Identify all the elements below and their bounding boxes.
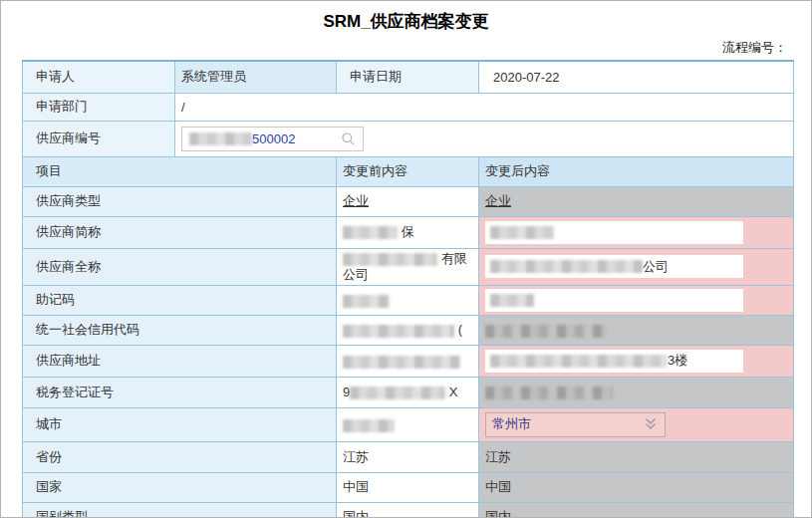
redacted-text <box>343 226 398 239</box>
before-value-suffix: ( <box>458 322 462 337</box>
redacted-text <box>490 355 668 368</box>
after-value: 中国 <box>479 472 794 502</box>
row-label: 供应商类型 <box>23 186 337 216</box>
row-label: 供应商全称 <box>23 248 337 285</box>
department-value: / <box>175 93 794 121</box>
full-name-input[interactable]: 公司 <box>485 255 743 278</box>
applicant-value: 系统管理员 <box>175 61 337 93</box>
mnemonic-input[interactable] <box>485 289 743 312</box>
row-label: 税务登记证号 <box>23 377 337 407</box>
row-label: 供应商地址 <box>23 345 337 377</box>
supplier-no-visible-value: 500002 <box>252 131 295 146</box>
department-label: 申请部门 <box>23 93 175 121</box>
srm-change-form-page: SRM_供应商档案变更 流程编号： 申请人 系统管理员 申请日期 2020-07… <box>0 0 812 518</box>
row-label: 供应商简称 <box>23 216 337 248</box>
after-value-suffix: 公司 <box>643 258 669 276</box>
table-row: 国家 中国 中国 <box>23 472 794 502</box>
table-row: 供应商地址 3楼 <box>23 345 794 377</box>
process-number-label: 流程编号： <box>722 39 787 57</box>
page-title: SRM_供应商档案变更 <box>1 10 811 33</box>
row-supplier-no: 供应商编号 500002 <box>23 121 794 156</box>
table-row: 国别类型 国内 国内 <box>23 502 794 518</box>
redacted-text <box>189 132 252 145</box>
double-chevron-down-icon[interactable] <box>643 417 659 431</box>
row-department: 申请部门 / <box>23 93 794 121</box>
redacted-text <box>343 295 390 308</box>
after-value: 常州市 <box>492 415 531 433</box>
redacted-text <box>343 325 454 338</box>
redacted-text <box>490 294 534 307</box>
row-label: 国家 <box>23 472 337 502</box>
redacted-text <box>350 387 445 399</box>
table-row: 城市 常州市 <box>23 407 794 441</box>
before-value-prefix: 9 <box>343 385 350 399</box>
table-row: 助记码 <box>23 285 794 315</box>
col-header-before: 变更前内容 <box>337 156 479 186</box>
address-input[interactable]: 3楼 <box>485 350 743 373</box>
before-value-suffix: X <box>449 385 458 399</box>
applicant-label: 申请人 <box>23 61 175 93</box>
supplier-change-table: 申请人 系统管理员 申请日期 2020-07-22 申请部门 / 供应商编号 5… <box>22 60 794 518</box>
row-label: 统一社会信用代码 <box>23 315 337 345</box>
table-row: 统一社会信用代码 ( <box>23 315 794 345</box>
after-value: 江苏 <box>479 441 794 472</box>
before-value: 中国 <box>337 472 479 502</box>
supplier-no-label: 供应商编号 <box>23 121 175 156</box>
before-value: 企业 <box>343 193 369 208</box>
row-label: 助记码 <box>23 285 337 315</box>
table-row: 税务登记证号 9 X <box>23 377 794 407</box>
table-row: 供应商简称 保 <box>23 216 794 248</box>
short-name-input[interactable] <box>485 221 743 244</box>
apply-date-label: 申请日期 <box>337 61 479 93</box>
supplier-no-input[interactable]: 500002 <box>181 127 364 151</box>
redacted-text <box>343 253 437 266</box>
before-value: 江苏 <box>337 441 479 472</box>
redacted-text <box>343 356 460 369</box>
col-header-after: 变更后内容 <box>479 156 794 186</box>
apply-date-value: 2020-07-22 <box>479 61 794 93</box>
table-row: 供应商类型 企业 企业 <box>23 186 794 216</box>
before-value-suffix: 保 <box>402 224 414 239</box>
col-header-item: 项目 <box>23 156 337 186</box>
before-value: 国内 <box>337 502 479 518</box>
city-dropdown[interactable]: 常州市 <box>485 412 666 437</box>
row-applicant: 申请人 系统管理员 申请日期 2020-07-22 <box>23 61 794 93</box>
after-value: 国内 <box>479 502 794 518</box>
redacted-text <box>343 419 395 432</box>
row-label: 国别类型 <box>23 502 337 518</box>
row-change-header: 项目 变更前内容 变更后内容 <box>23 156 794 186</box>
row-label: 省份 <box>23 441 337 472</box>
redacted-text <box>485 325 607 338</box>
redacted-text <box>490 260 643 273</box>
table-row: 供应商全称 有限公司 公司 <box>23 248 794 285</box>
table-row: 省份 江苏 江苏 <box>23 441 794 472</box>
redacted-text <box>490 226 554 239</box>
search-icon[interactable] <box>341 131 356 146</box>
row-label: 城市 <box>23 407 337 441</box>
after-value-suffix: 3楼 <box>668 352 687 370</box>
redacted-text <box>485 387 613 399</box>
after-value: 企业 <box>485 193 511 208</box>
